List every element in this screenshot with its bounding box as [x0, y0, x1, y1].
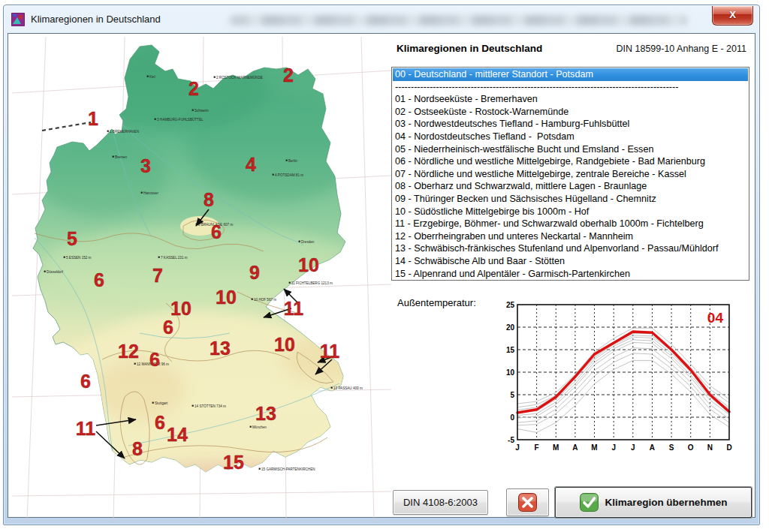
- city-dot: [141, 192, 143, 194]
- city-label: Schwerin: [195, 109, 209, 113]
- chart-xtick-label: J: [611, 443, 616, 452]
- region-number: 6: [211, 221, 222, 242]
- cancel-button[interactable]: [506, 488, 549, 516]
- city-dot: [134, 363, 136, 365]
- listbox-item[interactable]: 12 - Oberrheingraben und unteres Neckart…: [393, 230, 748, 243]
- city-label: Bremen: [115, 155, 128, 159]
- city-label: 13 PASSAU 409 m: [333, 386, 363, 390]
- chart-xtick-label: M: [553, 443, 559, 452]
- listbox-item[interactable]: 10 - Südöstliche Mittelgebirge bis 1000m…: [393, 206, 748, 218]
- listbox-item[interactable]: 07 - Nördliche und westliche Mittelgebir…: [393, 168, 748, 181]
- city-dot: [289, 282, 291, 284]
- city-dot: [214, 77, 216, 78]
- window-icon: [11, 13, 25, 26]
- region-number: 6: [163, 317, 173, 338]
- listbox-item[interactable]: 05 - Niederrheinisch-westfälische Bucht …: [393, 143, 748, 156]
- region-number: 7: [152, 265, 163, 286]
- city-label: Kiel: [149, 75, 155, 79]
- dialog-content: Kiel2 ROSTOCK-WARNEMÜNDESchwerin3 HAMBUR…: [8, 33, 755, 518]
- city-label: Dresden: [301, 240, 315, 244]
- listbox-item[interactable]: 15 - Alpenrand und Alpentäler - Garmisch…: [393, 268, 748, 281]
- region-number: 6: [155, 412, 165, 433]
- city-dot: [299, 241, 300, 242]
- city-label: 11 FICHTELBERG 1213 m: [291, 281, 333, 285]
- city-dot: [158, 257, 160, 258]
- chart-xtick-label: J: [515, 443, 520, 452]
- region-listbox[interactable]: 00 - Deutschland - mittlerer Standort - …: [391, 67, 749, 281]
- chart-xtick-label: M: [591, 443, 597, 452]
- apply-climate-region-button[interactable]: Klimaregion übernehmen: [555, 487, 752, 518]
- listbox-item[interactable]: 08 - Oberharz und Schwarzwald, mittlere …: [393, 180, 748, 193]
- city-dot: [64, 257, 65, 258]
- chart-ytick-label: 10: [506, 368, 515, 377]
- city-label: 4 POTSDAM 81 m: [275, 173, 303, 177]
- outside-temperature-label: Außentemperatur:: [397, 297, 476, 308]
- region-number: 11: [320, 341, 340, 362]
- listbox-item[interactable]: 14 - Schwäbische Alb und Baar - Stötten: [393, 255, 748, 268]
- chart-xtick-label: D: [726, 443, 731, 452]
- region-number: 15: [223, 452, 244, 473]
- listbox-item[interactable]: 04 - Nordostdeutsches Tiefland - Potsdam: [393, 131, 748, 143]
- apply-button-label: Klimaregion übernehmen: [605, 497, 728, 508]
- din-4108-button[interactable]: DIN 4108-6:2003: [393, 490, 488, 515]
- apply-check-icon: [580, 493, 599, 512]
- region-number: 11: [76, 418, 96, 439]
- din-4108-button-label: DIN 4108-6:2003: [403, 497, 478, 508]
- region-number: 6: [80, 371, 91, 392]
- chart-region-badge: 04: [707, 310, 724, 326]
- din-standard-reference: DIN 18599-10 Anhang E - 2011: [616, 44, 746, 54]
- region-number: 6: [149, 349, 160, 370]
- germany-climate-map: Kiel2 ROSTOCK-WARNEMÜNDESchwerin3 HAMBUR…: [12, 37, 391, 521]
- blurred-title-text: [229, 15, 687, 26]
- city-dot: [273, 174, 274, 176]
- city-dot: [113, 156, 114, 158]
- listbox-item[interactable]: 13 - Schwäbisch-fränkisches Stufenland u…: [393, 242, 748, 255]
- city-dot: [250, 426, 252, 428]
- chart-xtick-label: F: [535, 443, 539, 452]
- city-dot: [259, 468, 261, 470]
- dialog-window: Klimaregionen in Deutschland X: [3, 5, 760, 525]
- titlebar: Klimaregionen in Deutschland X: [4, 5, 759, 33]
- city-dot: [147, 76, 149, 77]
- city-label: 3 HAMBURG-FUHLSBÜTTEL: [157, 117, 204, 122]
- city-label: Hannover: [143, 191, 158, 195]
- region-number: 5: [67, 228, 77, 249]
- city-label: 5 ESSEN 152 m: [66, 256, 92, 260]
- chart-xtick-label: S: [669, 443, 674, 452]
- region-number: 12: [118, 341, 139, 362]
- region-number: 1: [88, 108, 98, 129]
- region-number: 11: [284, 298, 304, 319]
- city-label: 1 BREMERHAVEN: [110, 130, 139, 134]
- region-number: 10: [298, 254, 319, 275]
- chart-xtick-label: A: [650, 443, 655, 452]
- city-dot: [155, 119, 156, 120]
- listbox-item[interactable]: 00 - Deutschland - mittlerer Standort - …: [393, 68, 748, 81]
- panel-heading: Klimaregionen in Deutschland: [397, 43, 542, 54]
- listbox-item[interactable]: 09 - Thüringer Becken und Sächsisches Hü…: [393, 193, 748, 206]
- city-label: 14 STÖTTEN 734 m: [195, 404, 226, 408]
- listbox-item[interactable]: 02 - Ostseeküste - Rostock-Warnemünde: [393, 106, 748, 119]
- region-number: 10: [170, 298, 191, 319]
- region-number: 4: [246, 154, 256, 175]
- region-number: 10: [274, 334, 295, 355]
- city-label: Stuttgart: [155, 401, 168, 405]
- close-button[interactable]: X: [712, 6, 753, 26]
- chart-ytick-label: 5: [510, 391, 514, 399]
- region-number: 10: [216, 287, 237, 308]
- city-dot: [286, 160, 288, 161]
- listbox-item[interactable]: 03 - Nordwestdeutsches Tiefland - Hambur…: [393, 118, 748, 131]
- listbox-item[interactable]: 11 - Erzgebirge, Böhmer- und Schwarzwald…: [393, 218, 748, 230]
- region-number: 14: [167, 424, 188, 445]
- city-label: 7 KASSEL 231 m: [161, 256, 188, 260]
- region-number: 2: [188, 78, 199, 99]
- city-dot: [252, 299, 253, 300]
- city-label: 10 HOF 567 m: [254, 298, 276, 302]
- chart-ytick-label: 0: [510, 413, 514, 422]
- region-number: 3: [140, 155, 151, 176]
- listbox-item[interactable]: 06 - Nördliche und westliche Mittelgebir…: [393, 155, 748, 168]
- city-dot: [331, 387, 333, 389]
- listbox-separator[interactable]: ----------------------------------------…: [393, 81, 748, 94]
- listbox-item[interactable]: 01 - Nordseeküste - Bremerhaven: [393, 93, 748, 106]
- chart-xtick-label: O: [688, 443, 694, 452]
- region-number: 8: [204, 189, 214, 210]
